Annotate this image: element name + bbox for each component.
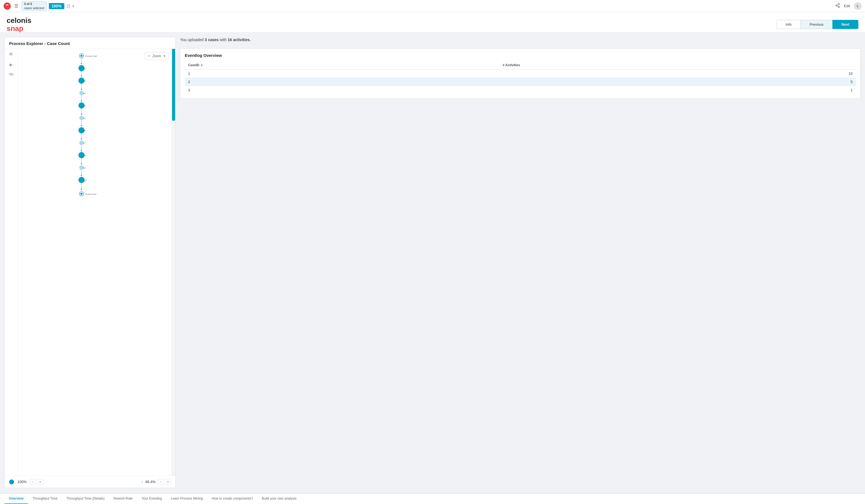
right-panel: You uploaded 3 cases with 16 activities.… bbox=[180, 37, 861, 488]
eventlog-title: Eventlog Overview bbox=[185, 53, 856, 58]
percent-minus-button[interactable]: − bbox=[30, 479, 36, 485]
svg-line-5 bbox=[837, 4, 838, 5]
cell-activities: 1 bbox=[499, 86, 856, 94]
avatar[interactable]: L bbox=[854, 2, 862, 10]
nav-buttons: Info Previous Next bbox=[777, 20, 858, 29]
svg-marker-31 bbox=[81, 101, 82, 102]
edit-button[interactable]: Edit bbox=[844, 4, 850, 8]
svg-text:A9: A9 bbox=[83, 167, 85, 169]
svg-line-4 bbox=[837, 6, 838, 7]
svg-marker-36 bbox=[81, 114, 82, 115]
svg-point-2 bbox=[836, 5, 837, 7]
svg-marker-22 bbox=[81, 75, 82, 77]
svg-marker-17 bbox=[81, 63, 82, 65]
svg-text:A7: A7 bbox=[83, 142, 85, 144]
svg-point-0 bbox=[3, 2, 11, 10]
play-icon[interactable]: ▶ bbox=[10, 62, 13, 67]
svg-marker-58 bbox=[81, 175, 82, 176]
cases-label: cases selected bbox=[24, 6, 44, 10]
zoom-plus-button[interactable]: + bbox=[163, 54, 166, 59]
celonis-logo: celonis snap bbox=[7, 16, 32, 32]
svg-text:A4: A4 bbox=[83, 105, 85, 107]
panel-body: ▶ Process Start bbox=[5, 49, 175, 485]
previous-button[interactable]: Previous bbox=[800, 20, 832, 29]
table-row: 1 10 bbox=[185, 70, 856, 78]
svg-text:Process End: Process End bbox=[85, 193, 96, 195]
bottom-right: ↓ 68.4% − + bbox=[141, 479, 171, 485]
svg-text:A2: A2 bbox=[83, 80, 85, 82]
cases-badge: 3 of 3 cases selected bbox=[22, 1, 47, 11]
upload-text-1: You uploaded bbox=[180, 37, 205, 42]
zoom-control: − Zoom + bbox=[145, 52, 169, 60]
panel-title: Process Explorer - Case Count bbox=[5, 37, 175, 49]
arrow-down-icon: ↓ bbox=[141, 480, 143, 484]
percent-plus-button[interactable]: + bbox=[37, 479, 43, 485]
zoom-minus-button[interactable]: − bbox=[148, 54, 150, 59]
header-section: celonis snap Info Previous Next bbox=[0, 12, 865, 33]
svg-marker-63 bbox=[81, 189, 82, 190]
logo-celonis-text: celonis bbox=[7, 16, 32, 25]
process-flow-svg: Process Start A1 2 A2 2 bbox=[46, 51, 156, 245]
table-row: 2 5 bbox=[185, 78, 856, 86]
svg-text:A10: A10 bbox=[83, 179, 87, 181]
tally-icon[interactable] bbox=[9, 52, 13, 57]
info-button[interactable]: Info bbox=[777, 20, 801, 29]
next-button[interactable]: Next bbox=[832, 20, 858, 29]
svg-marker-49 bbox=[81, 150, 82, 152]
bottom-percent-label: 100% bbox=[18, 480, 26, 484]
chevron-down-icon[interactable]: ▾ bbox=[72, 4, 74, 8]
process-canvas: Process Start A1 2 A2 2 bbox=[18, 49, 175, 485]
panel-sidebar: ▶ bbox=[5, 49, 18, 485]
svg-point-3 bbox=[838, 7, 840, 8]
share-icon[interactable] bbox=[835, 3, 840, 9]
topbar: ☰ 3 of 3 cases selected 100% ⊡ ▾ Edit L bbox=[0, 0, 865, 12]
process-explorer-panel: Process Explorer - Case Count ▶ bbox=[4, 37, 176, 488]
bottom-controls: − + bbox=[30, 479, 43, 485]
logo-snap-text: snap bbox=[7, 25, 32, 33]
svg-point-14 bbox=[80, 55, 83, 57]
panel-bottom-bar: 100% − + ↓ 68.4% − + bbox=[5, 476, 175, 488]
svg-text:A3: A3 bbox=[83, 93, 85, 94]
cell-caseid: 1 bbox=[185, 70, 499, 78]
svg-point-65 bbox=[80, 193, 83, 195]
celonis-logo-icon bbox=[3, 2, 11, 10]
filter-minus-button[interactable]: − bbox=[158, 479, 164, 485]
table-header-caseid[interactable]: CaseID ⇅ bbox=[185, 61, 499, 70]
upload-activities: 16 activities. bbox=[228, 37, 251, 42]
node-indicator bbox=[9, 479, 14, 484]
cell-caseid: 2 bbox=[185, 78, 499, 86]
upload-cases: 3 cases bbox=[205, 37, 219, 42]
table-row: 3 1 bbox=[185, 86, 856, 94]
svg-text:A5: A5 bbox=[83, 117, 85, 119]
sort-icon: ⇅ bbox=[200, 64, 203, 67]
svg-marker-27 bbox=[81, 89, 82, 90]
svg-text:Process Start: Process Start bbox=[85, 55, 97, 57]
svg-marker-40 bbox=[81, 125, 82, 127]
svg-point-1 bbox=[838, 3, 840, 5]
topbar-right: Edit L bbox=[835, 2, 862, 10]
eye-icon[interactable] bbox=[9, 72, 14, 77]
zoom-label: Zoom bbox=[152, 54, 161, 58]
eventlog-table: CaseID ⇅ # Activities 1 10 2 5 3 1 bbox=[185, 61, 856, 94]
svg-text:A6: A6 bbox=[83, 130, 85, 132]
upload-info: You uploaded 3 cases with 16 activities. bbox=[180, 37, 861, 43]
percent-badge: 100% bbox=[49, 3, 64, 9]
svg-marker-45 bbox=[81, 139, 82, 140]
main-content: Process Explorer - Case Count ▶ bbox=[0, 33, 865, 492]
upload-text-2: with bbox=[219, 37, 228, 42]
svg-text:A1: A1 bbox=[83, 68, 85, 70]
filter-plus-button[interactable]: + bbox=[165, 479, 171, 485]
vertical-scrollbar[interactable] bbox=[172, 49, 175, 485]
cell-caseid: 3 bbox=[185, 86, 499, 94]
filter-percent: 68.4% bbox=[145, 480, 155, 484]
logo-area bbox=[3, 2, 11, 10]
expand-icon[interactable]: ⊡ bbox=[67, 3, 70, 9]
cases-count: 3 of 3 bbox=[24, 2, 44, 6]
svg-text:A8: A8 bbox=[83, 155, 85, 156]
eventlog-section: Eventlog Overview CaseID ⇅ # Activities bbox=[180, 48, 861, 99]
table-header-activities[interactable]: # Activities bbox=[499, 61, 856, 70]
scrollbar-thumb-top[interactable] bbox=[172, 49, 175, 121]
cell-activities: 10 bbox=[499, 70, 856, 78]
hamburger-button[interactable]: ☰ bbox=[13, 2, 19, 10]
cell-activities: 5 bbox=[499, 78, 856, 86]
